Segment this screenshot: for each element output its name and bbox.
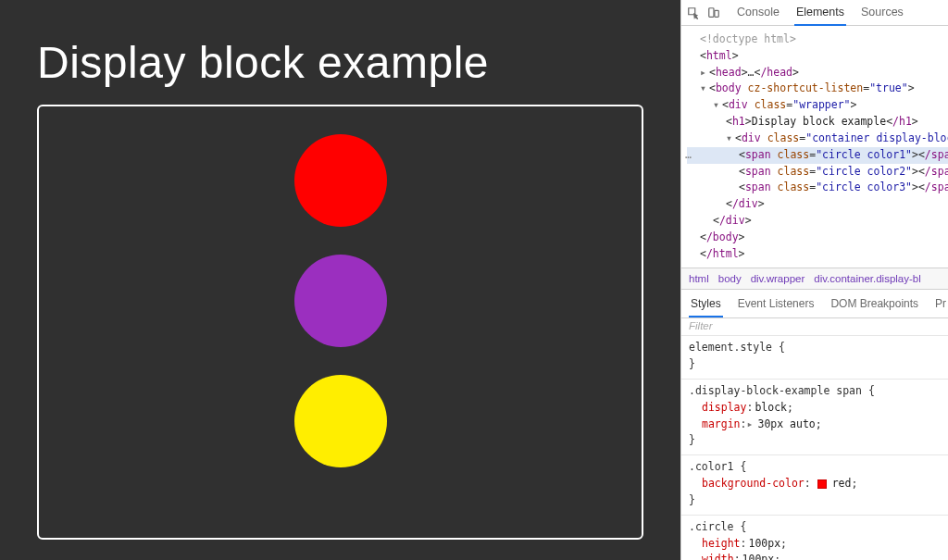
inspect-icon[interactable] (687, 6, 700, 19)
tab-event-listeners[interactable]: Event Listeners (736, 293, 817, 317)
tab-dom-breakpoints[interactable]: DOM Breakpoints (829, 293, 920, 317)
circle-purple (294, 255, 387, 347)
crumb-body[interactable]: body (718, 273, 742, 284)
color-swatch-icon[interactable] (817, 479, 827, 489)
rule-color1[interactable]: .color1 { background-color: red; } (681, 455, 948, 515)
tab-elements[interactable]: Elements (794, 0, 846, 26)
page-title: Display block example (37, 37, 643, 88)
tab-sources[interactable]: Sources (859, 0, 905, 26)
tab-console[interactable]: Console (735, 0, 781, 26)
rendered-viewport: Display block example (0, 0, 680, 560)
devtools-toolbar: Console Elements Sources (681, 0, 948, 26)
rule-display-block-span[interactable]: .display-block-example span { display:bl… (681, 380, 948, 455)
dom-breadcrumb[interactable]: html body div.wrapper div.container.disp… (681, 268, 948, 290)
svg-rect-0 (709, 7, 714, 17)
rule-circle[interactable]: .circle { height:100px; width:100px; bor… (681, 516, 948, 560)
dom-tree[interactable]: <!doctype html> <html> ▸<head>…</head> ▾… (681, 26, 948, 268)
devtools-panel: Console Elements Sources <!doctype html>… (680, 0, 948, 560)
device-mode-icon[interactable] (707, 6, 720, 19)
dom-doctype: <!doctype html> (700, 32, 796, 45)
styles-subtabs: Styles Event Listeners DOM Breakpoints P… (681, 290, 948, 318)
tab-styles[interactable]: Styles (689, 293, 723, 317)
tab-properties-truncated[interactable]: Pr (933, 293, 948, 317)
styles-filter-input[interactable]: Filter (681, 318, 948, 336)
dom-selected-node[interactable]: …<span class="circle color1"></spa (687, 147, 948, 164)
styles-pane: element.style { } .display-block-example… (681, 336, 948, 560)
circle-red (294, 134, 387, 227)
devtools-top-tabs: Console Elements Sources (735, 0, 905, 26)
crumb-wrapper[interactable]: div.wrapper (751, 273, 805, 284)
crumb-html[interactable]: html (689, 273, 709, 284)
container-box (37, 105, 643, 540)
crumb-container[interactable]: div.container.display-bl (814, 273, 921, 284)
rule-element-style[interactable]: element.style { } (681, 336, 948, 380)
svg-rect-1 (715, 10, 718, 17)
circle-yellow (294, 375, 387, 467)
